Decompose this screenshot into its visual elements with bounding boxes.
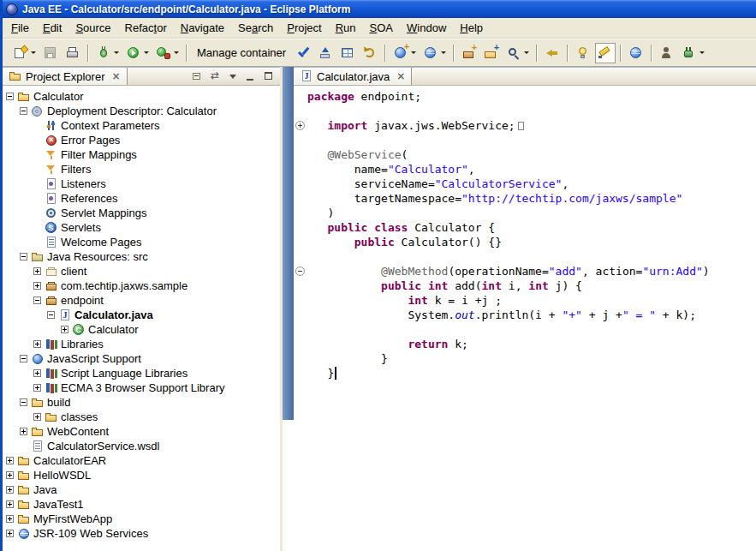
- tree-item-libraries[interactable]: Libraries: [3, 337, 280, 351]
- web-browser-button[interactable]: [420, 43, 449, 63]
- highlight-button[interactable]: [595, 43, 616, 63]
- tree-item-myfirstwebapp[interactable]: MyFirstWebApp: [3, 512, 280, 526]
- expand-toggle-icon[interactable]: [6, 457, 14, 464]
- tree-item-servlet-mappings[interactable]: Servlet Mappings: [3, 206, 280, 220]
- tree-item-classes[interactable]: classes: [3, 410, 280, 424]
- expand-toggle-icon[interactable]: [33, 384, 41, 392]
- print-button[interactable]: [63, 43, 83, 63]
- tab-calculator-java[interactable]: Calculator.java ×: [294, 68, 412, 85]
- expand-toggle-icon[interactable]: [20, 107, 27, 115]
- tree-item-references[interactable]: References: [3, 191, 280, 206]
- new-button[interactable]: [10, 43, 39, 63]
- expand-toggle-icon[interactable]: [20, 253, 27, 261]
- tree-item-calculator-java[interactable]: Calculator.java: [3, 308, 280, 322]
- run-button[interactable]: [123, 43, 152, 63]
- tree-item-hellowsdl[interactable]: HelloWSDL: [3, 468, 280, 482]
- tree-item-java-resources-src[interactable]: Java Resources: src: [3, 249, 280, 264]
- link-with-editor-button[interactable]: ⇄: [208, 69, 222, 83]
- project-tree[interactable]: CalculatorDeployment Descriptor: Calcula…: [3, 86, 280, 551]
- install-plugin-button[interactable]: [679, 43, 707, 63]
- add-user-button[interactable]: [657, 43, 677, 63]
- data-grid-button[interactable]: [337, 43, 358, 63]
- tree-item-calculator[interactable]: Calculator: [3, 89, 280, 104]
- tree-item-jsr-109-web-services[interactable]: JSR-109 Web Services: [3, 526, 280, 541]
- close-icon[interactable]: ×: [396, 71, 405, 81]
- expand-toggle-icon[interactable]: [61, 326, 68, 333]
- menu-run[interactable]: Run: [329, 19, 363, 37]
- tree-item-error-pages[interactable]: Error Pages: [3, 133, 280, 147]
- external-tools-button[interactable]: [153, 43, 182, 63]
- menu-navigate[interactable]: Navigate: [174, 19, 231, 37]
- container-check-button[interactable]: [293, 43, 313, 63]
- expand-toggle-icon[interactable]: [33, 282, 41, 290]
- expand-toggle-icon[interactable]: [6, 93, 14, 100]
- code-editor[interactable]: package endpoint; import javax.jws.WebSe…: [294, 86, 756, 551]
- expand-toggle-icon[interactable]: [6, 500, 14, 508]
- tree-item-calculatorear[interactable]: CalculatorEAR: [3, 453, 280, 468]
- expand-toggle-icon[interactable]: [20, 355, 27, 362]
- tree-item-java[interactable]: Java: [3, 482, 280, 497]
- expand-toggle-icon[interactable]: [47, 311, 55, 319]
- new-web-service-button[interactable]: [390, 43, 419, 63]
- menu-file[interactable]: File: [4, 19, 36, 37]
- menu-window[interactable]: Window: [400, 19, 453, 37]
- package-icon: [45, 279, 58, 293]
- expand-toggle-icon[interactable]: [33, 369, 41, 377]
- tree-item-ecma-3-browser-support-library[interactable]: ECMA 3 Browser Support Library: [3, 380, 280, 395]
- expand-toggle-icon[interactable]: [33, 267, 41, 275]
- tree-item-calculatorservice-wsdl[interactable]: CalculatorService.wsdl: [3, 439, 280, 453]
- expand-toggle-icon[interactable]: [6, 515, 14, 523]
- tree-item-listeners[interactable]: Listeners: [3, 177, 280, 191]
- maximize-button[interactable]: [262, 69, 276, 83]
- tree-item-endpoint[interactable]: endpoint: [3, 293, 280, 308]
- minimize-button[interactable]: [244, 69, 258, 83]
- debug-button[interactable]: [93, 43, 122, 63]
- menu-soa[interactable]: SOA: [363, 19, 400, 37]
- menu-source[interactable]: Source: [68, 19, 117, 37]
- tree-item-client[interactable]: client: [3, 264, 280, 278]
- refresh-button[interactable]: [360, 43, 380, 63]
- tree-item-calculator[interactable]: Calculator: [3, 322, 280, 337]
- menu-edit[interactable]: Edit: [36, 19, 68, 37]
- tree-item-servlets[interactable]: Servlets: [3, 220, 280, 235]
- title-bar[interactable]: Java EE - Calculator/src/endpoint/Calcul…: [3, 0, 756, 18]
- menu-refactor[interactable]: Refactor: [118, 19, 174, 37]
- web-page-button[interactable]: [626, 43, 646, 63]
- last-edit-location-button[interactable]: [542, 43, 563, 63]
- new-folder-button[interactable]: [481, 43, 502, 63]
- tree-item-com-techtip-jaxws-sample[interactable]: com.techtip.jaxws.sample: [3, 278, 280, 293]
- manage-container-button[interactable]: Manage container: [197, 46, 286, 59]
- fold-plus-icon[interactable]: [295, 121, 305, 130]
- expand-toggle-icon[interactable]: [20, 398, 27, 406]
- save-button[interactable]: [40, 43, 61, 63]
- menu-project[interactable]: Project: [280, 19, 328, 37]
- expand-toggle-icon[interactable]: [33, 340, 41, 348]
- tree-item-javascript-support[interactable]: JavaScript Support: [3, 351, 280, 366]
- search-button[interactable]: [503, 43, 532, 63]
- collapse-all-button[interactable]: [190, 69, 204, 83]
- show-annotations-button[interactable]: [573, 43, 593, 63]
- menu-help[interactable]: Help: [453, 19, 490, 37]
- expand-toggle-icon[interactable]: [6, 530, 14, 537]
- fold-minus-icon[interactable]: [295, 267, 305, 276]
- expand-toggle-icon[interactable]: [33, 296, 41, 304]
- tree-item-context-parameters[interactable]: Context Parameters: [3, 118, 280, 133]
- view-menu-button[interactable]: [226, 69, 240, 83]
- menu-search[interactable]: Search: [231, 19, 280, 37]
- tree-item-deployment-descriptor-calculator[interactable]: Deployment Descriptor: Calculator: [3, 104, 280, 118]
- tree-item-webcontent[interactable]: WebContent: [3, 424, 280, 439]
- tree-item-filter-mappings[interactable]: Filter Mappings: [3, 147, 280, 162]
- tree-item-build[interactable]: build: [3, 395, 280, 410]
- tab-project-explorer[interactable]: Project Explorer ×: [3, 68, 128, 85]
- close-icon[interactable]: ×: [111, 71, 120, 81]
- tree-item-script-language-libraries[interactable]: Script Language Libraries: [3, 366, 280, 380]
- expand-toggle-icon[interactable]: [33, 413, 41, 421]
- expand-toggle-icon[interactable]: [20, 428, 27, 435]
- tree-item-javatest1[interactable]: JavaTest1: [3, 497, 280, 512]
- deploy-button[interactable]: [315, 43, 336, 63]
- new-package-button[interactable]: [459, 43, 479, 63]
- tree-item-filters[interactable]: Filters: [3, 162, 280, 177]
- expand-toggle-icon[interactable]: [6, 486, 14, 494]
- tree-item-welcome-pages[interactable]: Welcome Pages: [3, 235, 280, 249]
- expand-toggle-icon[interactable]: [6, 471, 14, 479]
